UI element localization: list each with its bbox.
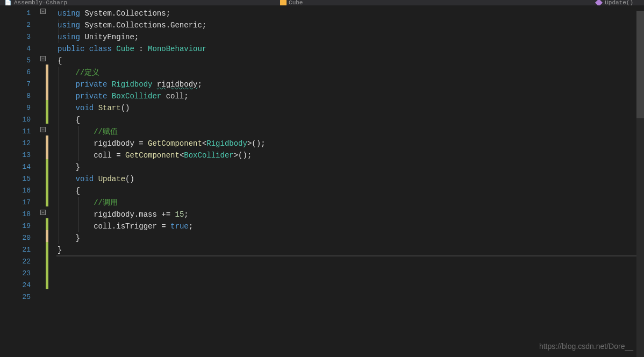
code-line: rigidbody.mass += 15;: [56, 209, 644, 220]
code-line: }: [56, 232, 644, 244]
change-marker: [46, 65, 48, 76]
code-line: //赋值: [56, 126, 644, 138]
change-marker: [46, 183, 48, 195]
line-number: 16: [0, 185, 40, 197]
nav-class[interactable]: Cube: [276, 0, 307, 5]
line-number: 11: [0, 126, 40, 138]
change-marker: [46, 277, 48, 289]
code-editor[interactable]: 1 2 3 4 5 6 7 8 9 10 11 12 13 14 15 16 1…: [0, 5, 644, 357]
code-line: using System.Collections;: [56, 8, 644, 19]
fold-icon[interactable]: -: [40, 210, 46, 215]
line-number: 21: [0, 244, 40, 256]
fold-icon[interactable]: -: [40, 127, 46, 132]
change-marker: [46, 76, 48, 88]
nav-project-label: Assembly-Csharp: [14, 0, 67, 5]
change-marker: [46, 230, 48, 242]
line-number: 17: [0, 197, 40, 209]
line-number: 23: [0, 268, 40, 280]
change-marker: [46, 147, 48, 159]
line-number: 8: [0, 90, 40, 102]
code-line: rigidbody = GetComponent<Rigidbody>();: [56, 138, 644, 149]
code-line: void Update(): [56, 173, 644, 185]
change-marker: [46, 195, 48, 206]
line-number: 6: [0, 67, 40, 78]
line-number: 19: [0, 220, 40, 232]
line-number: 14: [0, 161, 40, 173]
change-marker: [46, 266, 48, 277]
code-line: //定义: [56, 67, 644, 78]
nav-method-label: Update(): [605, 0, 633, 5]
line-number-gutter: 1 2 3 4 5 6 7 8 9 10 11 12 13 14 15 16 1…: [0, 5, 40, 357]
line-number: 18: [0, 209, 40, 220]
code-line: }: [56, 161, 644, 173]
change-marker: [46, 100, 48, 112]
editor-margin: - - - -: [40, 5, 56, 357]
watermark: https://blog.csdn.net/Dore__: [539, 342, 633, 351]
line-number: 3: [0, 31, 40, 43]
nav-method[interactable]: Update(): [596, 0, 644, 5]
fold-icon[interactable]: -: [40, 56, 46, 61]
fold-icon[interactable]: -: [40, 9, 46, 14]
navigation-bar: 📄 Assembly-Csharp Cube Update(): [0, 0, 644, 5]
line-number: 7: [0, 78, 40, 90]
code-line: {: [56, 185, 644, 197]
change-marker: [46, 112, 48, 124]
cursor-line: [56, 255, 644, 256]
change-marker: [46, 218, 48, 230]
line-number: 9: [0, 102, 40, 114]
change-marker: [46, 88, 48, 100]
vertical-scrollbar[interactable]: [636, 11, 644, 357]
code-line: {: [56, 114, 644, 126]
code-line: public class Cube : MonoBehaviour: [56, 43, 644, 55]
change-marker: [46, 135, 48, 147]
line-number: 24: [0, 280, 40, 291]
line-number: 10: [0, 114, 40, 126]
line-number: 2: [0, 19, 40, 31]
line-number: 15: [0, 173, 40, 185]
line-number: 20: [0, 232, 40, 244]
code-line: using UnityEngine;: [56, 31, 644, 43]
line-number: 4: [0, 43, 40, 55]
change-marker: [46, 254, 48, 266]
code-line: }: [56, 244, 644, 256]
code-line: void Start(): [56, 102, 644, 114]
code-line: //调用: [56, 197, 644, 209]
line-number: 25: [0, 291, 40, 303]
line-number: 12: [0, 138, 40, 149]
change-marker: [46, 159, 48, 171]
code-line: coll = GetComponent<BoxCollider>();: [56, 149, 644, 161]
class-icon: [280, 0, 287, 5]
code-line: using System.Collections.Generic;: [56, 19, 644, 31]
code-line: private Rigidbody rigidbody;: [56, 78, 644, 90]
code-line: {: [56, 55, 644, 67]
line-number: 5: [0, 55, 40, 67]
line-number: 13: [0, 149, 40, 161]
method-icon: [595, 0, 603, 5]
nav-project[interactable]: 📄 Assembly-Csharp: [0, 0, 71, 5]
line-number: 22: [0, 256, 40, 268]
nav-class-label: Cube: [289, 0, 303, 5]
csharp-icon: 📄: [4, 0, 12, 5]
code-line: private BoxCollider coll;: [56, 90, 644, 102]
change-marker: [46, 171, 48, 183]
scrollbar-thumb[interactable]: [636, 11, 644, 118]
change-marker: [46, 242, 48, 254]
code-content[interactable]: using System.Collections; using System.C…: [56, 5, 644, 357]
code-line: coll.isTrigger = true;: [56, 220, 644, 232]
line-number: 1: [0, 8, 40, 19]
